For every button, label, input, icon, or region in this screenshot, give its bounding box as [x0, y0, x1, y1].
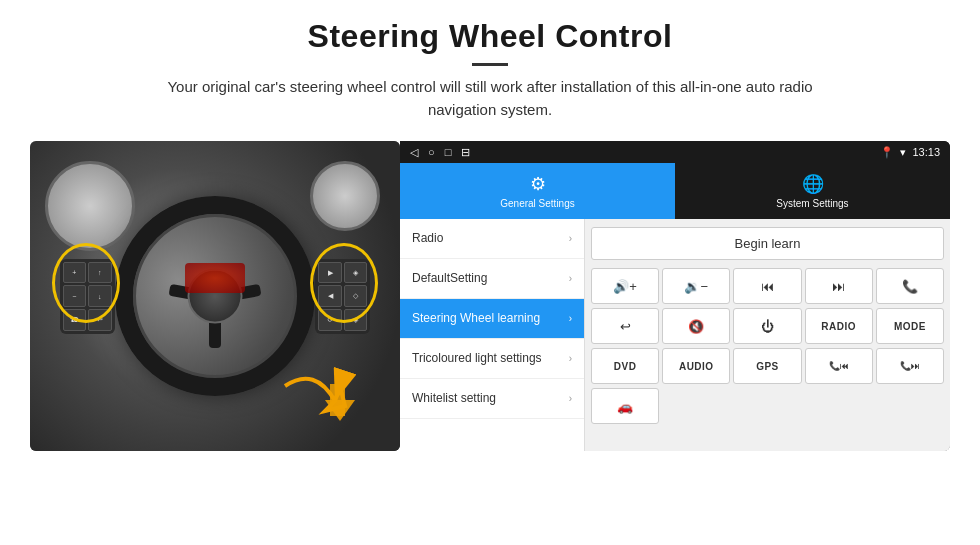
tab-general-settings[interactable]: ⚙ General Settings [400, 163, 675, 219]
header-divider [472, 63, 508, 66]
gauge-rpm [310, 161, 380, 231]
content-area: Radio › DefaultSetting › Steering Wheel … [400, 219, 950, 451]
mode-button[interactable]: MODE [876, 308, 944, 344]
phone-answer-button[interactable]: 📞 [876, 268, 944, 304]
page-header: Steering Wheel Control Your original car… [0, 0, 980, 131]
steering-wheel-image: + ↑ − ↓ ☎ ↩ ▶ ◈ ◀ ◇ ↺ ◈ [30, 141, 400, 451]
chevron-icon: › [569, 273, 572, 284]
control-grid-row2: ↩ 🔇 ⏻ RADIO MODE [591, 308, 944, 344]
highlight-left [52, 243, 120, 323]
audio-button[interactable]: AUDIO [662, 348, 730, 384]
chevron-icon: › [569, 313, 572, 324]
main-content: + ↑ − ↓ ☎ ↩ ▶ ◈ ◀ ◇ ↺ ◈ [0, 131, 980, 461]
begin-learn-button[interactable]: Begin learn [591, 227, 944, 260]
control-grid-row4: 🚗 [591, 388, 944, 424]
dvd-button[interactable]: DVD [591, 348, 659, 384]
highlight-right [310, 243, 378, 323]
left-menu: Radio › DefaultSetting › Steering Wheel … [400, 219, 585, 451]
status-bar-right: 📍 ▾ 13:13 [880, 146, 940, 159]
general-settings-icon: ⚙ [530, 173, 546, 195]
system-settings-icon: 🌐 [802, 173, 824, 195]
gauge-speedometer [45, 161, 135, 251]
menu-item-whitelist[interactable]: Whitelist setting › [400, 379, 584, 419]
arrow-indicator [265, 366, 365, 436]
vol-down-button[interactable]: 🔉− [662, 268, 730, 304]
page-title: Steering Wheel Control [40, 18, 940, 55]
location-icon: 📍 [880, 146, 894, 159]
wifi-icon: ▾ [900, 146, 906, 159]
menu-item-default[interactable]: DefaultSetting › [400, 259, 584, 299]
home-icon[interactable]: ○ [428, 146, 435, 158]
begin-learn-row: Begin learn [591, 225, 944, 264]
vol-up-button[interactable]: 🔊+ [591, 268, 659, 304]
recents-icon[interactable]: □ [445, 146, 452, 158]
prev-track-button[interactable]: ⏮ [733, 268, 801, 304]
wheel-brand-accent [185, 263, 245, 293]
control-grid-row1: 🔊+ 🔉− ⏮ ⏭ 📞 [591, 268, 944, 304]
next-track-button[interactable]: ⏭ [805, 268, 873, 304]
screenshot-icon[interactable]: ⊟ [461, 146, 470, 159]
status-bar: ◁ ○ □ ⊟ 📍 ▾ 13:13 [400, 141, 950, 163]
extra-button[interactable]: 🚗 [591, 388, 659, 424]
right-panel: Begin learn 🔊+ 🔉− ⏮ ⏭ 📞 ↩ 🔇 ⏻ RADIO MODE [585, 219, 950, 451]
phone-hangup-button[interactable]: ↩ [591, 308, 659, 344]
radio-button[interactable]: RADIO [805, 308, 873, 344]
android-head-unit: ◁ ○ □ ⊟ 📍 ▾ 13:13 ⚙ General Settings 🌐 S… [400, 141, 950, 451]
status-time: 13:13 [912, 146, 940, 158]
control-grid-row3: DVD AUDIO GPS 📞⏮ 📞⏭ [591, 348, 944, 384]
tab-bar: ⚙ General Settings 🌐 System Settings [400, 163, 950, 219]
chevron-icon: › [569, 353, 572, 364]
menu-item-radio[interactable]: Radio › [400, 219, 584, 259]
mute-button[interactable]: 🔇 [662, 308, 730, 344]
chevron-icon: › [569, 393, 572, 404]
menu-item-steering[interactable]: Steering Wheel learning › [400, 299, 584, 339]
back-icon[interactable]: ◁ [410, 146, 418, 159]
power-button[interactable]: ⏻ [733, 308, 801, 344]
gps-button[interactable]: GPS [733, 348, 801, 384]
header-description: Your original car's steering wheel contr… [140, 76, 840, 121]
chevron-icon: › [569, 233, 572, 244]
tel-next-button[interactable]: 📞⏭ [876, 348, 944, 384]
tel-prev-button[interactable]: 📞⏮ [805, 348, 873, 384]
menu-item-tricoloured[interactable]: Tricoloured light settings › [400, 339, 584, 379]
status-bar-nav-icons: ◁ ○ □ ⊟ [410, 146, 470, 159]
tab-system-settings[interactable]: 🌐 System Settings [675, 163, 950, 219]
